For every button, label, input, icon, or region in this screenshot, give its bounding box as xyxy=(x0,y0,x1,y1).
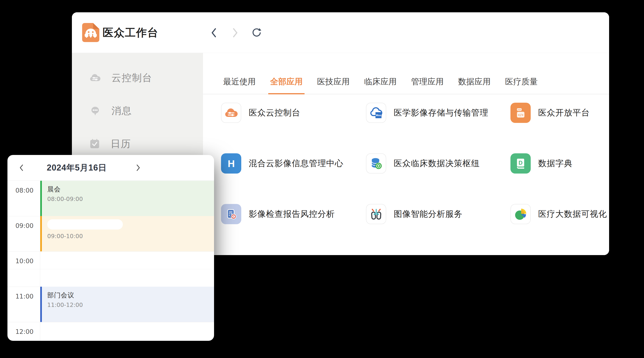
event-title: 部门会议 xyxy=(47,291,214,299)
refresh-icon xyxy=(251,27,262,38)
hour-label: 08:00 xyxy=(8,187,40,194)
cloud-sliders-icon xyxy=(90,73,101,82)
calendar-date-label: 2024年5月16日 xyxy=(32,155,121,180)
app-item-cloud-console[interactable]: 医众云控制台 xyxy=(221,103,366,123)
hour-label: 12:00 xyxy=(8,328,40,335)
svg-text:</>: </> xyxy=(518,113,524,116)
sidebar-item-label: 云控制台 xyxy=(112,71,152,84)
event-time: 11:00-12:00 xyxy=(47,302,214,308)
hour-label: 11:00 xyxy=(8,293,40,300)
sidebar-item-label: 日历 xyxy=(110,137,131,150)
app-item-data-dictionary[interactable]: D 数据字典 xyxy=(510,153,609,174)
event-time: 09:00-10:00 xyxy=(47,233,214,239)
svg-text:D: D xyxy=(518,159,522,166)
svg-text:!: ! xyxy=(233,215,234,218)
main-content: 最近使用 全部应用 医技应用 临床应用 管理应用 数据应用 医疗质量 xyxy=(203,53,609,255)
event-time: 08:00-09:00 xyxy=(47,196,214,202)
calendar-event-morning-meeting[interactable]: 晨会 08:00-09:00 xyxy=(40,181,214,216)
tab-clinical[interactable]: 临床应用 xyxy=(362,76,398,94)
app-item-big-data-visualization[interactable]: 医疗大数据可视化 xyxy=(510,204,609,224)
tab-data[interactable]: 数据应用 xyxy=(456,76,492,94)
event-title-redacted xyxy=(47,219,123,229)
calendar-header: 2024年5月16日 xyxy=(8,155,214,180)
sidebar-item-cloud-console[interactable]: 云控制台 xyxy=(72,61,203,94)
app-grid: 医众云控制台 Mos 医学影像存储与传输管理 xyxy=(203,94,609,224)
calendar-event-department-meeting[interactable]: 部门会议 11:00-12:00 xyxy=(40,287,214,322)
hour-gridline xyxy=(8,322,214,322)
app-label: 数据字典 xyxy=(538,158,572,169)
app-item-image-storage[interactable]: Mos 医学影像存储与传输管理 xyxy=(366,103,510,123)
app-label: 图像智能分析服务 xyxy=(394,208,462,220)
event-title: 晨会 xyxy=(47,185,214,193)
calendar-prev-day-button[interactable] xyxy=(14,155,29,180)
calendar-check-icon xyxy=(90,139,100,149)
app-label: 影像检查报告风控分析 xyxy=(249,208,335,220)
hour-label: 10:00 xyxy=(8,257,40,265)
app-label: 医众临床数据决策枢纽 xyxy=(394,158,480,169)
app-item-hybrid-cloud-imaging[interactable]: H 混合云影像信息管理中心 xyxy=(221,153,366,174)
refresh-button[interactable] xyxy=(251,26,262,40)
sidebar-item-messages[interactable]: 消息 xyxy=(72,94,203,127)
chevron-left-icon xyxy=(210,27,217,38)
calendar-grid: 08:00 09:00 10:00 11:00 12:00 晨会 08:00-0… xyxy=(8,181,214,341)
chevron-left-icon xyxy=(18,163,24,172)
calendar-day-view: 2024年5月16日 08:00 09:00 10:00 11:00 12:00… xyxy=(8,155,214,341)
app-item-report-risk-analysis[interactable]: ! 影像检查报告风控分析 xyxy=(221,204,366,224)
calendar-next-day-button[interactable] xyxy=(131,155,146,180)
app-label: 医众开放平台 xyxy=(538,107,590,119)
app-label: 医疗大数据可视化 xyxy=(538,208,607,220)
cloud-sliders-icon xyxy=(221,103,241,123)
app-label: 医学影像存储与传输管理 xyxy=(394,107,488,119)
letter-h-icon: H xyxy=(221,153,241,174)
page-title: 医众工作台 xyxy=(102,12,158,53)
browser-nav xyxy=(208,12,262,53)
report-alert-icon: ! xyxy=(221,204,241,224)
back-button[interactable] xyxy=(208,26,220,40)
app-category-tabs: 最近使用 全部应用 医技应用 临床应用 管理应用 数据应用 医疗质量 xyxy=(203,53,609,94)
chevron-right-icon xyxy=(135,163,141,172)
calendar-event-redacted[interactable]: 09:00-10:00 xyxy=(40,216,214,251)
tab-quality[interactable]: 医疗质量 xyxy=(503,76,540,94)
code-window-icon: </> xyxy=(510,103,531,123)
hour-label: 09:00 xyxy=(8,222,40,229)
half-hour-gridline xyxy=(8,269,214,269)
window-header: 医众工作台 xyxy=(72,12,609,53)
database-plus-icon xyxy=(366,153,386,174)
dictionary-book-icon: D xyxy=(510,153,531,174)
app-item-clinical-data-hub[interactable]: 医众临床数据决策枢纽 xyxy=(366,153,510,174)
sidebar-item-label: 消息 xyxy=(112,104,132,117)
chevron-right-icon xyxy=(232,27,239,38)
tab-all-apps[interactable]: 全部应用 xyxy=(268,76,304,94)
chat-bubble-icon xyxy=(90,106,101,116)
app-item-open-platform[interactable]: </> 医众开放平台 xyxy=(510,103,609,123)
lungs-icon xyxy=(366,204,386,224)
svg-text:H: H xyxy=(228,158,234,169)
pie-chart-icon xyxy=(510,204,531,224)
svg-text:Mos: Mos xyxy=(376,114,381,117)
app-label: 医众云控制台 xyxy=(249,107,300,119)
app-logo-icon xyxy=(82,23,99,42)
tab-management[interactable]: 管理应用 xyxy=(409,76,446,94)
app-item-image-ai-analysis[interactable]: 图像智能分析服务 xyxy=(366,204,510,224)
tab-recent[interactable]: 最近使用 xyxy=(221,76,258,94)
app-label: 混合云影像信息管理中心 xyxy=(249,158,344,169)
tab-medtech[interactable]: 医技应用 xyxy=(315,76,352,94)
cloud-mos-icon: Mos xyxy=(366,103,386,123)
hour-gridline xyxy=(8,251,214,252)
forward-button[interactable] xyxy=(230,26,241,40)
